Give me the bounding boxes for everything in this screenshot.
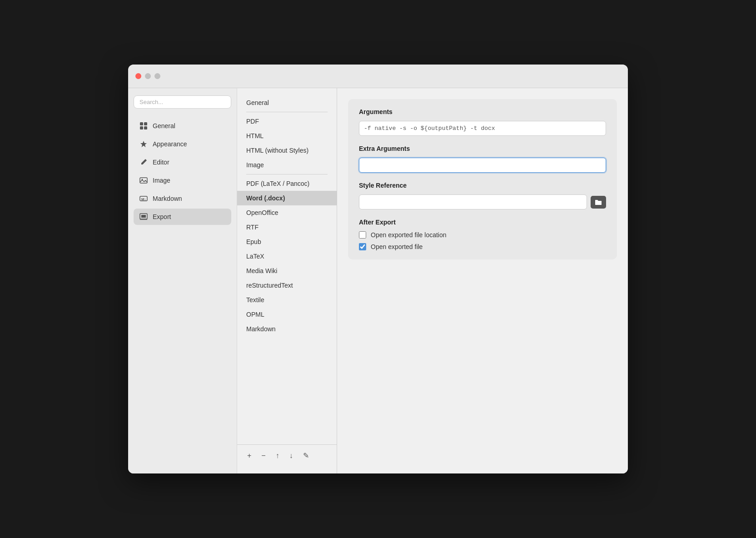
minimize-button[interactable] [145,73,151,79]
sidebar-item-label-appearance: Appearance [153,140,187,148]
open-location-label: Open exported file location [371,231,447,239]
remove-format-button[interactable]: − [259,450,268,462]
open-file-label: Open exported file [371,243,423,250]
style-reference-section: Style Reference [359,182,606,209]
sidebar-item-image[interactable]: Image [134,172,231,189]
sidebar-item-label-general: General [153,122,175,130]
format-list: General PDF HTML HTML (without Styles) I… [237,88,337,473]
sidebar-item-markdown[interactable]: M↓ Markdown [134,190,231,207]
svg-rect-1 [144,122,147,125]
sidebar-item-label-editor: Editor [153,159,169,166]
after-export-section: After Export Open exported file location… [359,219,606,250]
titlebar [128,65,628,88]
format-item-latex[interactable]: LaTeX [237,249,337,264]
markdown-icon: M↓ [139,194,148,203]
search-input[interactable] [134,95,231,109]
image-icon [139,176,148,185]
extra-arguments-input[interactable] [359,158,606,173]
format-divider-1 [246,112,328,112]
close-button[interactable] [135,73,141,79]
format-item-mediawiki[interactable]: Media Wiki [237,264,337,278]
appearance-icon [139,139,148,149]
format-item-rtf[interactable]: RTF [237,220,337,234]
extra-arguments-title: Extra Arguments [359,145,606,152]
arguments-title: Arguments [359,108,606,115]
add-format-button[interactable]: + [244,450,254,462]
format-item-html-no-styles[interactable]: HTML (without Styles) [237,143,337,158]
svg-rect-0 [140,122,143,125]
format-toolbar: + − ↑ ↓ ✎ [237,444,337,466]
svg-rect-4 [140,178,147,183]
move-up-button[interactable]: ↑ [273,450,282,462]
format-item-openoffice[interactable]: OpenOffice [237,205,337,220]
style-reference-title: Style Reference [359,182,606,189]
sidebar-item-general[interactable]: General [134,118,231,134]
edit-format-button[interactable]: ✎ [300,449,312,462]
format-item-restructured[interactable]: reStructuredText [237,278,337,293]
export-icon [139,212,148,221]
open-file-row: Open exported file [359,243,606,250]
format-item-textile[interactable]: Textile [237,293,337,307]
sidebar-item-appearance[interactable]: Appearance [134,136,231,152]
open-location-checkbox[interactable] [359,231,366,239]
format-item-image[interactable]: Image [237,158,337,172]
format-item-pdf-latex[interactable]: PDF (LaTeX / Pancoc) [237,176,337,191]
svg-rect-3 [144,126,147,130]
arguments-input[interactable] [359,121,606,136]
open-file-checkbox[interactable] [359,243,366,250]
after-export-title: After Export [359,219,606,226]
format-item-pdf[interactable]: PDF [237,114,337,129]
sidebar-item-label-markdown: Markdown [153,195,182,202]
format-divider-2 [246,174,328,174]
sidebar-item-export[interactable]: Export [134,209,231,225]
format-item-opml[interactable]: OPML [237,307,337,322]
maximize-button[interactable] [154,73,160,79]
settings-panel: Arguments Extra Arguments Style Referenc… [337,88,628,473]
format-item-word[interactable]: Word (.docx) [237,191,337,205]
sidebar: General Appearance Editor [128,88,237,473]
arguments-section: Arguments [359,108,606,136]
sidebar-item-label-image: Image [153,177,170,184]
content-area: General Appearance Editor [128,88,628,473]
main-window: General Appearance Editor [128,65,628,473]
format-item-markdown[interactable]: Markdown [237,322,337,336]
format-item-html[interactable]: HTML [237,129,337,143]
style-reference-input[interactable] [359,194,587,209]
settings-card: Arguments Extra Arguments Style Referenc… [348,99,617,259]
main-content: General PDF HTML HTML (without Styles) I… [237,88,628,473]
svg-rect-2 [140,126,143,130]
format-item-epub[interactable]: Epub [237,234,337,249]
extra-arguments-section: Extra Arguments [359,145,606,173]
sidebar-item-label-export: Export [153,213,171,220]
move-down-button[interactable]: ↓ [287,450,296,462]
general-icon [139,121,148,130]
format-item-general[interactable]: General [237,95,337,110]
sidebar-item-editor[interactable]: Editor [134,154,231,170]
svg-text:M↓: M↓ [141,197,146,201]
traffic-lights [135,73,160,79]
svg-rect-9 [141,215,146,218]
style-reference-row [359,194,606,209]
editor-icon [139,158,148,167]
browse-folder-button[interactable] [591,196,606,209]
open-location-row: Open exported file location [359,231,606,239]
